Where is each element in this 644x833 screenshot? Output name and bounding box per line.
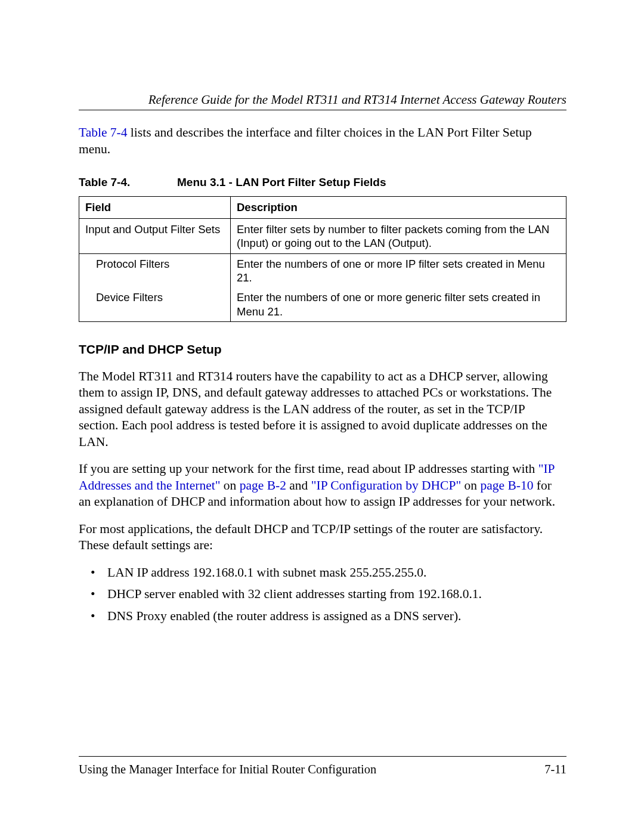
paragraph: For most applications, the default DHCP … xyxy=(79,521,566,554)
page-link[interactable]: page B-2 xyxy=(240,478,286,493)
bullet-list: LAN IP address 192.168.0.1 with subnet m… xyxy=(91,565,566,625)
list-item: DHCP server enabled with 32 client addre… xyxy=(91,586,566,603)
table-row: Input and Output Filter Sets Enter filte… xyxy=(79,218,566,253)
table-header-row: Field Description xyxy=(79,196,566,218)
text: on xyxy=(220,478,239,493)
cell-desc: Enter the numbers of one or more IP filt… xyxy=(231,254,566,288)
intro-text: lists and describes the interface and fi… xyxy=(79,125,532,156)
table-caption: Table 7-4.Menu 3.1 - LAN Port Filter Set… xyxy=(79,176,566,189)
list-item: DNS Proxy enabled (the router address is… xyxy=(91,608,566,625)
col-desc: Description xyxy=(231,196,566,218)
text: on xyxy=(461,478,480,493)
paragraph: If you are setting up your network for t… xyxy=(79,461,566,510)
cell-field: Protocol Filters xyxy=(79,254,231,288)
cell-field: Device Filters xyxy=(79,287,231,321)
col-field: Field xyxy=(79,196,231,218)
cell-field: Input and Output Filter Sets xyxy=(79,218,231,253)
text: If you are setting up your network for t… xyxy=(79,462,538,476)
table-row: Device Filters Enter the numbers of one … xyxy=(79,287,566,321)
intro-paragraph: Table 7-4 lists and describes the interf… xyxy=(79,125,566,158)
page-footer: Using the Manager Interface for Initial … xyxy=(79,756,566,776)
page-link[interactable]: page B-10 xyxy=(480,478,533,493)
table-number: Table 7-4. xyxy=(79,176,177,189)
paragraph: The Model RT311 and RT314 routers have t… xyxy=(79,368,566,451)
text: and xyxy=(286,478,311,493)
footer-chapter: Using the Manager Interface for Initial … xyxy=(79,763,376,776)
list-item: LAN IP address 192.168.0.1 with subnet m… xyxy=(91,565,566,581)
footer-rule xyxy=(79,756,566,757)
page: Reference Guide for the Model RT311 and … xyxy=(0,0,644,833)
fields-table: Field Description Input and Output Filte… xyxy=(79,196,566,322)
header-rule xyxy=(79,110,566,110)
table-crossref-link[interactable]: Table 7-4 xyxy=(79,125,127,140)
table-row: Protocol Filters Enter the numbers of on… xyxy=(79,254,566,288)
page-number: 7-11 xyxy=(544,763,566,776)
table-title: Menu 3.1 - LAN Port Filter Setup Fields xyxy=(177,176,386,188)
cell-desc: Enter filter sets by number to filter pa… xyxy=(231,218,566,253)
running-header: Reference Guide for the Model RT311 and … xyxy=(79,92,566,107)
crossref-link[interactable]: "IP Configuration by DHCP" xyxy=(311,478,461,493)
cell-desc: Enter the numbers of one or more generic… xyxy=(231,287,566,321)
section-heading: TCP/IP and DHCP Setup xyxy=(79,342,566,357)
